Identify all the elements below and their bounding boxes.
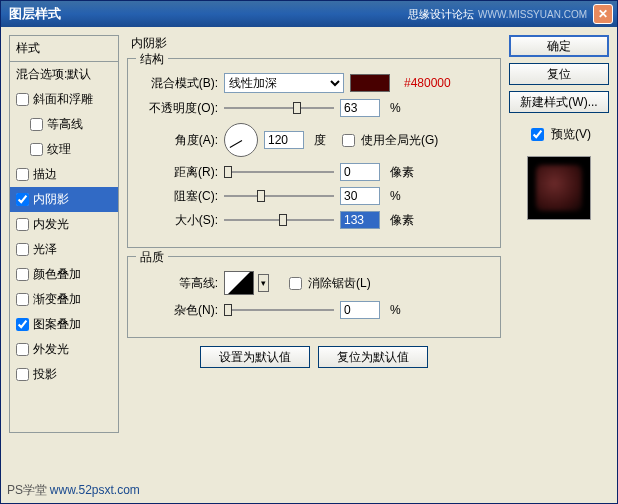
size-label: 大小(S): <box>138 212 218 229</box>
sidebar-item-label: 外发光 <box>33 341 69 358</box>
distance-label: 距离(R): <box>138 164 218 181</box>
size-slider[interactable] <box>224 212 334 228</box>
sidebar-item-label: 等高线 <box>47 116 83 133</box>
blend-options-default[interactable]: 混合选项:默认 <box>10 62 118 87</box>
choke-label: 阻塞(C): <box>138 188 218 205</box>
contour-label: 等高线: <box>138 275 218 292</box>
sidebar-item-9[interactable]: 图案叠加 <box>10 312 118 337</box>
sidebar-checkbox[interactable] <box>16 343 29 356</box>
noise-slider[interactable] <box>224 302 334 318</box>
panel-title: 内阴影 <box>131 35 501 52</box>
sidebar-item-5[interactable]: 内发光 <box>10 212 118 237</box>
sidebar-checkbox[interactable] <box>16 193 29 206</box>
structure-group: 结构 混合模式(B): 线性加深 #480000 不透明度(O): % <box>127 58 501 248</box>
sidebar-item-label: 光泽 <box>33 241 57 258</box>
shadow-color-swatch[interactable] <box>350 74 390 92</box>
styles-sidebar: 样式 混合选项:默认 斜面和浮雕等高线纹理描边内阴影内发光光泽颜色叠加渐变叠加图… <box>9 35 119 495</box>
sidebar-item-label: 斜面和浮雕 <box>33 91 93 108</box>
sidebar-item-8[interactable]: 渐变叠加 <box>10 287 118 312</box>
noise-unit: % <box>390 303 401 317</box>
sidebar-item-0[interactable]: 斜面和浮雕 <box>10 87 118 112</box>
sidebar-checkbox[interactable] <box>16 243 29 256</box>
sidebar-item-label: 颜色叠加 <box>33 266 81 283</box>
sidebar-item-2[interactable]: 纹理 <box>10 137 118 162</box>
sidebar-item-label: 图案叠加 <box>33 316 81 333</box>
sidebar-item-label: 描边 <box>33 166 57 183</box>
angle-unit: 度 <box>314 132 326 149</box>
choke-slider[interactable] <box>224 188 334 204</box>
quality-legend: 品质 <box>136 249 168 266</box>
sidebar-checkbox[interactable] <box>16 168 29 181</box>
watermark: PS学堂 www.52psxt.com <box>7 482 140 499</box>
sidebar-item-label: 投影 <box>33 366 57 383</box>
sidebar-item-1[interactable]: 等高线 <box>10 112 118 137</box>
ok-button[interactable]: 确定 <box>509 35 609 57</box>
sidebar-checkbox[interactable] <box>16 218 29 231</box>
sidebar-item-label: 内阴影 <box>33 191 69 208</box>
angle-label: 角度(A): <box>138 132 218 149</box>
antialias-checkbox[interactable]: 消除锯齿(L) <box>285 274 371 293</box>
sidebar-checkbox[interactable] <box>30 118 43 131</box>
choke-input[interactable] <box>340 187 380 205</box>
styles-header: 样式 <box>10 36 118 62</box>
distance-input[interactable] <box>340 163 380 181</box>
size-unit: 像素 <box>390 212 414 229</box>
angle-dial[interactable] <box>224 123 258 157</box>
sidebar-checkbox[interactable] <box>30 143 43 156</box>
opacity-label: 不透明度(O): <box>138 100 218 117</box>
quality-group: 品质 等高线: ▾ 消除锯齿(L) 杂色(N): % <box>127 256 501 338</box>
close-icon: ✕ <box>598 7 608 21</box>
global-light-checkbox[interactable]: 使用全局光(G) <box>338 131 438 150</box>
angle-input[interactable] <box>264 131 304 149</box>
structure-legend: 结构 <box>136 51 168 68</box>
window-title: 图层样式 <box>9 5 408 23</box>
sidebar-checkbox[interactable] <box>16 368 29 381</box>
color-hex-label: #480000 <box>404 76 451 90</box>
effect-panel: 内阴影 结构 混合模式(B): 线性加深 #480000 不透明度(O): % <box>127 35 501 495</box>
set-default-button[interactable]: 设置为默认值 <box>200 346 310 368</box>
distance-unit: 像素 <box>390 164 414 181</box>
sidebar-item-3[interactable]: 描边 <box>10 162 118 187</box>
chevron-down-icon[interactable]: ▾ <box>258 274 269 292</box>
right-actions: 确定 复位 新建样式(W)... 预览(V) <box>509 35 609 495</box>
blend-mode-label: 混合模式(B): <box>138 75 218 92</box>
forum-url: WWW.MISSYUAN.COM <box>478 9 587 20</box>
contour-picker[interactable] <box>224 271 254 295</box>
titlebar: 图层样式 思缘设计论坛 WWW.MISSYUAN.COM ✕ <box>1 1 617 27</box>
distance-slider[interactable] <box>224 164 334 180</box>
sidebar-checkbox[interactable] <box>16 93 29 106</box>
sidebar-item-6[interactable]: 光泽 <box>10 237 118 262</box>
blend-mode-select[interactable]: 线性加深 <box>224 73 344 93</box>
sidebar-item-label: 渐变叠加 <box>33 291 81 308</box>
sidebar-item-11[interactable]: 投影 <box>10 362 118 387</box>
sidebar-item-10[interactable]: 外发光 <box>10 337 118 362</box>
choke-unit: % <box>390 189 401 203</box>
cancel-button[interactable]: 复位 <box>509 63 609 85</box>
sidebar-checkbox[interactable] <box>16 268 29 281</box>
sidebar-item-7[interactable]: 颜色叠加 <box>10 262 118 287</box>
sidebar-checkbox[interactable] <box>16 293 29 306</box>
forum-name: 思缘设计论坛 <box>408 7 474 22</box>
opacity-slider[interactable] <box>224 100 334 116</box>
reset-default-button[interactable]: 复位为默认值 <box>318 346 428 368</box>
opacity-unit: % <box>390 101 401 115</box>
noise-label: 杂色(N): <box>138 302 218 319</box>
sidebar-checkbox[interactable] <box>16 318 29 331</box>
opacity-input[interactable] <box>340 99 380 117</box>
new-style-button[interactable]: 新建样式(W)... <box>509 91 609 113</box>
close-button[interactable]: ✕ <box>593 4 613 24</box>
noise-input[interactable] <box>340 301 380 319</box>
preview-thumbnail <box>527 156 591 220</box>
sidebar-item-4[interactable]: 内阴影 <box>10 187 118 212</box>
preview-checkbox[interactable]: 预览(V) <box>509 125 609 144</box>
size-input[interactable] <box>340 211 380 229</box>
sidebar-item-label: 内发光 <box>33 216 69 233</box>
sidebar-item-label: 纹理 <box>47 141 71 158</box>
layer-style-dialog: 图层样式 思缘设计论坛 WWW.MISSYUAN.COM ✕ 样式 混合选项:默… <box>0 0 618 504</box>
